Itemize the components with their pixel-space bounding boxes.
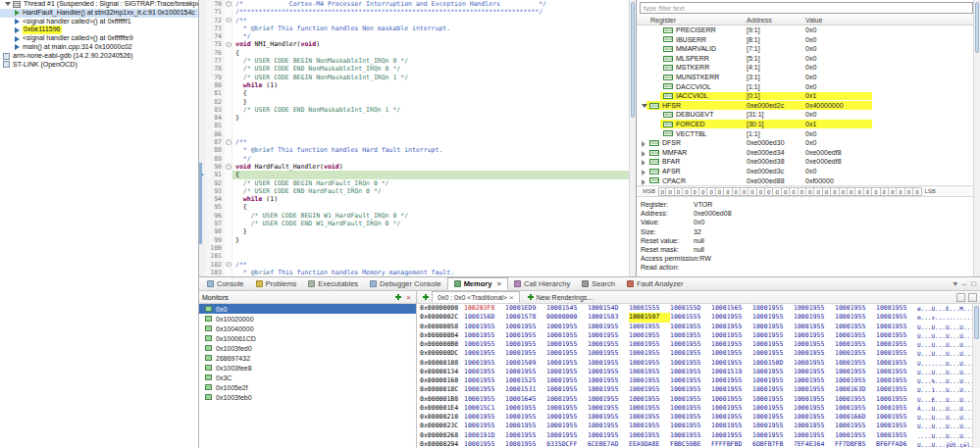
code-text[interactable]: while (1) [232,195,629,203]
fold-column[interactable] [225,122,232,129]
memory-cell[interactable]: 1000163D [835,385,876,394]
registers-scrollbar-thumb[interactable] [975,2,979,53]
line-number[interactable]: 70 [205,0,225,8]
memory-cell[interactable]: 100015C1 [464,404,505,413]
debug-tree-item[interactable]: <signal handler called>() at 0xffffffe9 [0,34,198,43]
line-number[interactable]: 102 [205,261,225,269]
memory-cell[interactable]: 10001955 [711,431,752,440]
memory-monitor-item[interactable]: 0x10020000 [199,314,416,324]
bit-cell[interactable]: 0 [666,187,674,196]
memory-cell[interactable]: 10001955 [588,376,629,385]
code-text[interactable]: } [232,114,629,122]
memory-cell[interactable]: 10001955 [794,340,835,349]
memory-cell[interactable]: 10001955 [835,304,876,313]
register-row[interactable]: 1010AFSR0xe000ed3c0x0 [637,167,980,176]
fold-column[interactable]: − [225,261,232,269]
memory-cell[interactable]: 10001955 [876,376,917,385]
memory-cell[interactable]: 10001955 [464,349,505,358]
memory-cell[interactable]: 10001955 [588,404,629,413]
memory-cell[interactable]: 10001955 [876,413,917,422]
memory-cell[interactable]: 10001955 [794,385,835,394]
register-row[interactable]: 1010VECTTBL[1:1]0x0 [637,129,980,139]
memory-monitor-item[interactable]: 0x100061CD [199,333,416,343]
memory-cell[interactable]: 10001955 [794,404,835,413]
memory-cell[interactable]: 10001955 [546,413,588,422]
fold-column[interactable] [225,179,232,187]
register-row[interactable]: 1010MLSPERR[5:1]0x0 [637,54,980,64]
code-text[interactable]: { [232,49,629,57]
register-row[interactable]: 1010HFSR0xe000ed2c0x40000000 [637,101,980,111]
memory-cell[interactable]: 10001955 [752,422,794,430]
code-text[interactable] [232,122,629,129]
bit-cell[interactable]: 0 [699,187,707,196]
memory-cell[interactable]: 10001955 [752,395,794,404]
memory-cell[interactable]: 10001955 [794,313,835,322]
fold-column[interactable] [225,65,232,73]
memory-cell[interactable]: 10001955 [711,359,752,368]
close-icon[interactable]: × [509,293,514,302]
line-number[interactable]: 94 [205,195,225,203]
bit-cell[interactable]: 0 [707,187,715,196]
code-text[interactable]: /** [232,17,629,25]
memory-cell[interactable]: 10001955 [876,359,917,368]
bit-cell[interactable]: 0 [864,187,872,196]
expand-icon[interactable] [642,141,645,147]
memory-cell[interactable]: 10001955 [752,404,794,413]
code-text[interactable] [232,252,629,260]
memory-cell[interactable]: FBBC59BE [670,440,711,448]
memory-cell[interactable]: 10001955 [670,331,711,340]
memory-cell[interactable]: 10001955 [546,359,588,368]
line-number[interactable]: 101 [205,252,225,260]
line-number[interactable]: 82 [205,98,225,106]
bit-cell[interactable]: 0 [692,187,699,196]
code-text[interactable]: { [232,203,629,211]
code-text[interactable]: } [232,98,629,106]
memory-cell[interactable]: 10001531 [505,385,546,394]
memory-cell[interactable]: 10001955 [670,368,711,376]
memory-cell[interactable]: 10001955 [794,349,835,358]
memory-cell[interactable]: 10001955 [835,349,876,358]
register-row[interactable]: 1010DFSR0xe000ed300x0 [637,138,980,148]
fold-column[interactable] [225,49,232,57]
code-text[interactable]: /* USER CODE END W1_HardFault_IRQn 0 */ [232,220,629,227]
expand-icon[interactable] [642,151,645,157]
register-row[interactable]: 1010PRECISERR[9:1]0x0 [637,25,980,35]
memory-cell[interactable]: 10001955 [876,340,917,349]
memory-cell[interactable]: 10001955 [670,340,711,349]
memory-cell[interactable]: 10001955 [752,349,794,358]
bit-cell[interactable]: 0 [848,187,855,196]
bit-cell[interactable]: 0 [757,187,765,196]
fold-column[interactable] [225,74,232,81]
bit-cell[interactable]: 0 [806,187,814,196]
memory-cell[interactable]: 10001955 [629,404,670,413]
memory-cell[interactable]: 6CEBE7AD [588,440,629,448]
line-number[interactable]: 75 [205,40,225,48]
memory-cell[interactable]: 10001955 [670,413,711,422]
memory-cell[interactable]: 10001955 [670,376,711,385]
memory-cell[interactable]: 10001955 [876,304,917,313]
fold-column[interactable] [225,89,232,97]
add-rendering-icon[interactable] [422,293,430,301]
fold-column[interactable] [225,187,232,195]
line-number[interactable]: 85 [205,122,225,129]
code-text[interactable]: * @brief This function handles Non maska… [232,25,629,32]
code-text[interactable]: */ [232,155,629,163]
line-number[interactable]: 93 [205,187,225,195]
code-text[interactable]: */ [232,32,629,40]
memory-cell[interactable]: 10001955 [794,413,835,422]
memory-cell[interactable]: 10001955 [670,323,711,331]
memory-cell[interactable]: 10001955 [505,422,546,430]
memory-cell[interactable]: 10001955 [794,359,835,368]
bit-cell[interactable]: 0 [765,187,773,196]
memory-cell[interactable]: 10001955 [629,422,670,430]
fold-column[interactable] [225,146,232,154]
fold-column[interactable] [225,244,232,252]
fold-column[interactable]: − [225,40,232,48]
tab-executables[interactable]: Executables [302,277,364,290]
memory-cell[interactable]: 10001955 [670,385,711,394]
memory-monitor-item[interactable]: 0x1003feb0 [199,392,416,402]
line-number[interactable]: 76 [205,49,225,57]
code-text[interactable]: /* USER CODE BEGIN HardFault_IRQn 0 */ [232,179,629,187]
memory-cell[interactable]: 10001525 [505,376,546,385]
code-text[interactable]: /***************************************… [232,8,629,16]
